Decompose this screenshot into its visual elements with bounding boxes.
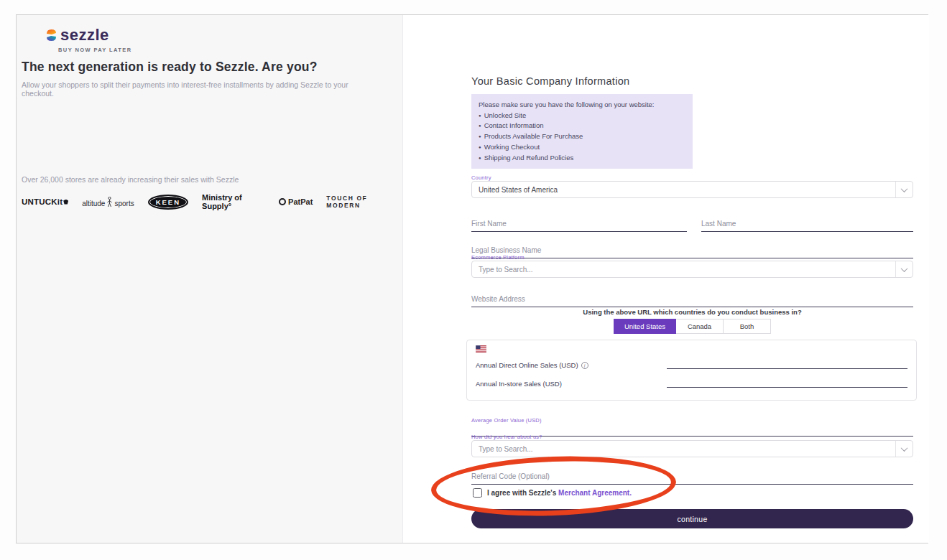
subheadline: Allow your shoppers to split their payme… bbox=[22, 80, 381, 98]
average-order-value-label: Average Order Value (USD) bbox=[471, 417, 542, 424]
toggle-canada-button[interactable]: Canada bbox=[676, 319, 724, 334]
chevron-down-icon bbox=[895, 261, 913, 277]
merchant-agreement-link[interactable]: Merchant Agreement. bbox=[558, 489, 632, 497]
brand-patpat: PatPat bbox=[279, 197, 313, 206]
notice-item: Contact Information bbox=[479, 121, 685, 131]
annual-online-sales-input[interactable] bbox=[667, 357, 907, 369]
last-name-input[interactable] bbox=[701, 220, 913, 232]
first-name-input[interactable] bbox=[471, 220, 687, 232]
us-sales-card: Annual Direct Online Sales (USD) i Annua… bbox=[466, 340, 917, 401]
country-select[interactable]: United States of America bbox=[471, 181, 913, 198]
chevron-down-icon bbox=[895, 182, 913, 197]
logo-tagline: BUY NOW PAY LATER bbox=[58, 47, 132, 53]
country-select-value: United States of America bbox=[472, 186, 895, 194]
notice-intro: Please make sure you have the following … bbox=[479, 100, 685, 111]
agreement-row: I agree with Sezzle's Merchant Agreement… bbox=[473, 488, 632, 498]
info-icon[interactable]: i bbox=[581, 362, 588, 369]
ecommerce-platform-label: Ecommerce Platform bbox=[471, 254, 525, 261]
us-flag-icon bbox=[476, 345, 486, 353]
website-address-input[interactable] bbox=[471, 295, 913, 307]
notice-item: Products Available For Purchase bbox=[479, 131, 685, 142]
annual-instore-sales-row: Annual In-store Sales (USD) bbox=[476, 375, 907, 388]
annual-instore-sales-label: Annual In-store Sales (USD) bbox=[476, 380, 562, 388]
brand-touch-of-modern: TOUCH OF MODERN bbox=[326, 195, 395, 209]
agreement-checkbox[interactable] bbox=[473, 488, 482, 498]
ecommerce-platform-placeholder: Type to Search... bbox=[472, 266, 895, 274]
headline: The next generation is ready to Sezzle. … bbox=[22, 60, 318, 75]
ecommerce-platform-select[interactable]: Type to Search... bbox=[471, 261, 913, 278]
annual-instore-sales-input[interactable] bbox=[667, 375, 907, 388]
brand-ministry-of-supply: Ministry of Supply° bbox=[202, 193, 265, 210]
hear-about-label: How did you hear about us? bbox=[471, 434, 542, 440]
patpat-ring-icon bbox=[279, 198, 286, 205]
sezzle-logo: sezzle bbox=[45, 26, 109, 45]
brand-logos-row: UNTUCKit altitude sports KEEN Ministry o… bbox=[22, 193, 395, 210]
brand-untuckit: UNTUCKit bbox=[22, 197, 68, 206]
signup-form-panel: Your Basic Company Information Please ma… bbox=[403, 15, 929, 543]
form-title: Your Basic Company Information bbox=[471, 75, 629, 87]
annual-online-sales-label: Annual Direct Online Sales (USD) i bbox=[476, 361, 588, 369]
conduct-country-toggle: United States Canada Both bbox=[471, 319, 913, 334]
conduct-business-question: Using the above URL which countries do y… bbox=[471, 308, 913, 316]
marketing-panel: sezzle BUY NOW PAY LATER The next genera… bbox=[17, 15, 403, 543]
chevron-down-icon bbox=[895, 441, 913, 457]
notice-item: Shipping And Refund Policies bbox=[479, 153, 685, 164]
hear-about-select[interactable]: Type to Search... bbox=[471, 440, 913, 457]
logo-wordmark: sezzle bbox=[60, 26, 109, 45]
legal-business-name-input[interactable] bbox=[471, 246, 913, 258]
toggle-both-button[interactable]: Both bbox=[724, 319, 771, 334]
brand-altitude-sports: altitude sports bbox=[82, 197, 134, 207]
altitude-goat-icon bbox=[106, 197, 113, 207]
notice-item: Working Checkout bbox=[479, 142, 685, 153]
annual-online-sales-row: Annual Direct Online Sales (USD) i bbox=[476, 357, 907, 369]
untuckit-shirt-icon bbox=[63, 200, 68, 205]
notice-list: Unlocked Site Contact Information Produc… bbox=[479, 111, 685, 164]
referral-code-input[interactable] bbox=[471, 472, 913, 485]
country-label: Country bbox=[471, 174, 491, 181]
website-requirements-notice: Please make sure you have the following … bbox=[471, 94, 693, 169]
page-frame: sezzle BUY NOW PAY LATER The next genera… bbox=[16, 14, 928, 543]
notice-item: Unlocked Site bbox=[479, 111, 685, 121]
hear-about-placeholder: Type to Search... bbox=[472, 445, 895, 453]
toggle-united-states-button[interactable]: United States bbox=[614, 319, 676, 334]
social-proof-text: Over 26,000 stores are already increasin… bbox=[22, 175, 239, 184]
continue-button[interactable]: continue bbox=[471, 509, 913, 528]
sezzle-logo-icon bbox=[45, 28, 57, 42]
brand-keen: KEEN bbox=[148, 195, 188, 210]
agreement-text: I agree with Sezzle's Merchant Agreement… bbox=[487, 489, 632, 497]
